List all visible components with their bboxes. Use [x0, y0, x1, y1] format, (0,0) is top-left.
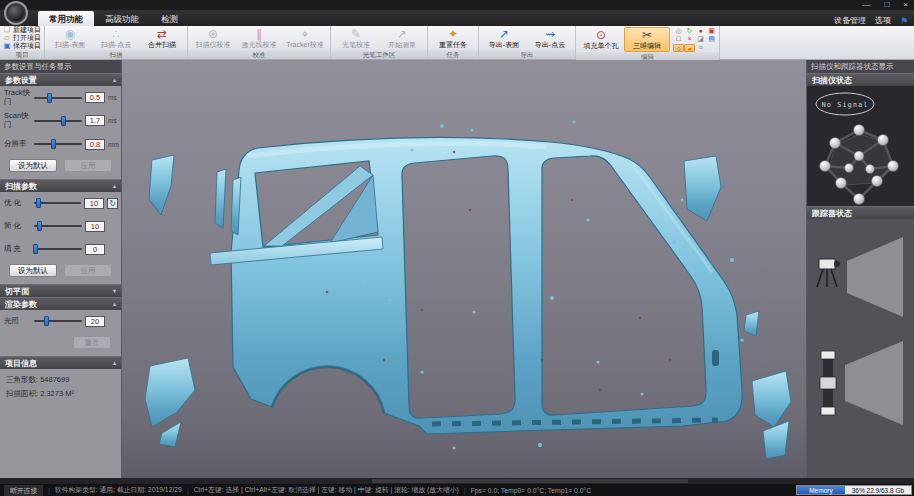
app-logo[interactable]: [4, 1, 28, 25]
view-mode-icon[interactable]: ◎: [673, 27, 684, 35]
export-pointcloud-button[interactable]: ⇝ 导出-点云: [527, 27, 573, 50]
unit-label: ms: [108, 94, 118, 101]
close-button[interactable]: ×: [903, 0, 908, 10]
track-shutter-value[interactable]: 0.5: [85, 92, 105, 103]
brush-select-icon[interactable]: ●: [684, 44, 695, 52]
save-disk-icon: ▣: [3, 42, 11, 50]
scan-area-row: 扫描面积: 2.3273 M²: [0, 387, 121, 401]
button-label: 打开项目: [13, 34, 41, 42]
laser-calibration-button[interactable]: ∥ 激光线校准: [236, 27, 282, 50]
section-header-render[interactable]: 渲染参数 ▴: [0, 297, 121, 310]
delete-selection-icon[interactable]: ×: [684, 35, 695, 43]
separator: |: [464, 487, 466, 494]
group-label-task: 任务: [428, 50, 478, 59]
ellipse-select-icon[interactable]: ○: [673, 44, 684, 52]
history-refresh-icon[interactable]: ↻: [107, 198, 118, 209]
pen-icon: ✎: [351, 28, 361, 41]
section-header-parameters[interactable]: 参数设置 ▴: [0, 73, 121, 86]
fill-value[interactable]: 0: [85, 244, 105, 255]
maximize-button[interactable]: □: [884, 0, 889, 10]
export-surface-button[interactable]: ↗ 导出-表面: [481, 27, 527, 50]
reset-task-button[interactable]: ✦ 重置任务: [430, 27, 476, 50]
section-title: 渲染参数: [5, 298, 37, 310]
lighting-value[interactable]: 20: [85, 316, 105, 327]
slider-label: 简 化: [4, 222, 31, 231]
slider-label: 优 化: [4, 199, 31, 208]
minimize-button[interactable]: —: [862, 0, 870, 10]
merge-arrows-icon: ⇄: [157, 28, 167, 41]
connection-status: 断开连接: [4, 485, 43, 496]
unit-label: ms: [108, 117, 118, 124]
pen-calibration-button[interactable]: ✎ 光笔校准: [333, 27, 379, 50]
section-header-scanner-status[interactable]: 扫描仪状态: [807, 73, 914, 86]
scan-model-3d[interactable]: [122, 60, 806, 478]
section-header-tracker-status[interactable]: 跟踪器状态: [807, 206, 914, 219]
scan-area-value: 2.3273 M²: [40, 389, 74, 398]
button-label: 新建项目: [13, 26, 41, 34]
refresh-icon[interactable]: ↻: [684, 27, 695, 35]
slider-handle[interactable]: [36, 198, 41, 208]
track-shutter-slider[interactable]: [34, 97, 82, 99]
edit-3d-button[interactable]: ✂ 三维编辑: [624, 27, 670, 52]
tab-inspection[interactable]: 检测: [150, 11, 189, 26]
slider-handle[interactable]: [61, 116, 66, 126]
device-management-menu[interactable]: 设备管理: [834, 15, 866, 26]
button-label: 扫描仪校准: [196, 41, 231, 49]
button-label: 填充单个孔: [584, 42, 619, 50]
fill-hole-button[interactable]: ⊙ 填充单个孔: [578, 27, 624, 52]
section-header-scan-params[interactable]: 扫描参数 ▴: [0, 179, 121, 192]
start-measure-button[interactable]: ↗ 开始测量: [379, 27, 425, 50]
section-header-project-info[interactable]: 项目信息 ▴: [0, 356, 121, 369]
apply-button[interactable]: 应用: [64, 264, 112, 277]
separator: |: [187, 487, 189, 494]
ribbon-tab-bar: 常用功能 高级功能 检测 设备管理 选项 ⚑: [0, 10, 914, 26]
options-menu[interactable]: 选项: [875, 15, 891, 26]
table-icon[interactable]: ▤: [706, 35, 717, 43]
collapse-arrow-icon: ▴: [113, 180, 116, 192]
set-default-button[interactable]: 设为默认: [9, 159, 57, 172]
lasso-select-icon[interactable]: ◪: [695, 35, 706, 43]
tab-advanced-functions[interactable]: 高级功能: [94, 11, 150, 26]
lighting-slider[interactable]: [34, 320, 82, 322]
apply-button[interactable]: 应用: [64, 159, 112, 172]
slider-handle[interactable]: [37, 221, 42, 231]
slider-handle[interactable]: [33, 244, 38, 254]
memory-usage-text: 36% 22.9/63.8 Gb: [845, 486, 911, 494]
3d-viewport[interactable]: [122, 60, 806, 478]
section-header-cut-plane[interactable]: 切平面 ▾: [0, 284, 121, 297]
tab-common-functions[interactable]: 常用功能: [38, 11, 94, 26]
export-surface-icon: ↗: [499, 28, 509, 41]
flag-icon[interactable]: ⚑: [900, 16, 908, 26]
simplify-value[interactable]: 10: [85, 221, 105, 232]
rect-select-icon[interactable]: □: [673, 35, 684, 43]
list-icon[interactable]: ≡: [695, 44, 706, 52]
scan-pointcloud-button[interactable]: ∴ 扫描-点云: [93, 27, 139, 50]
record-icon[interactable]: ●: [695, 27, 706, 35]
memory-indicator: Memory 36% 22.9/63.8 Gb: [796, 485, 912, 495]
save-project-button[interactable]: ▣ 保存项目: [3, 42, 41, 50]
scan-shutter-value[interactable]: 1.7: [85, 115, 105, 126]
simplify-slider[interactable]: [34, 225, 82, 227]
optimize-slider[interactable]: [34, 202, 81, 204]
slider-handle[interactable]: [44, 316, 49, 326]
resolution-value[interactable]: 0.8: [85, 139, 105, 150]
camera-lens: [834, 261, 840, 267]
set-default-button[interactable]: 设为默认: [9, 264, 57, 277]
reset-render-button[interactable]: 重置: [73, 336, 111, 349]
tracker-calibration-button[interactable]: ⌖ Tracker校准: [282, 27, 328, 50]
scanner-status-image: No Signal: [807, 86, 914, 206]
group-label-export: 导出: [479, 50, 575, 59]
scanner-calibration-button[interactable]: ⊛ 扫描仪校准: [190, 27, 236, 50]
merge-scan-button[interactable]: ⇄ 合并扫描: [139, 27, 185, 50]
button-label: 激光线校准: [242, 41, 277, 49]
slider-handle[interactable]: [51, 139, 56, 149]
resolution-slider[interactable]: [34, 143, 82, 145]
scan-shutter-slider[interactable]: [34, 120, 82, 122]
slider-handle[interactable]: [47, 93, 52, 103]
fps-temperature: Fps= 0.0; Temp0= 0.0°C; Temp1= 0.0°C: [471, 487, 592, 494]
optimize-value[interactable]: 10: [84, 198, 104, 209]
scan-surface-button[interactable]: ◉ 扫描-表面: [47, 27, 93, 50]
fill-slider[interactable]: [34, 248, 82, 250]
trash-icon[interactable]: ▣: [706, 27, 717, 35]
point-cloud-icon: ∴: [112, 28, 120, 41]
